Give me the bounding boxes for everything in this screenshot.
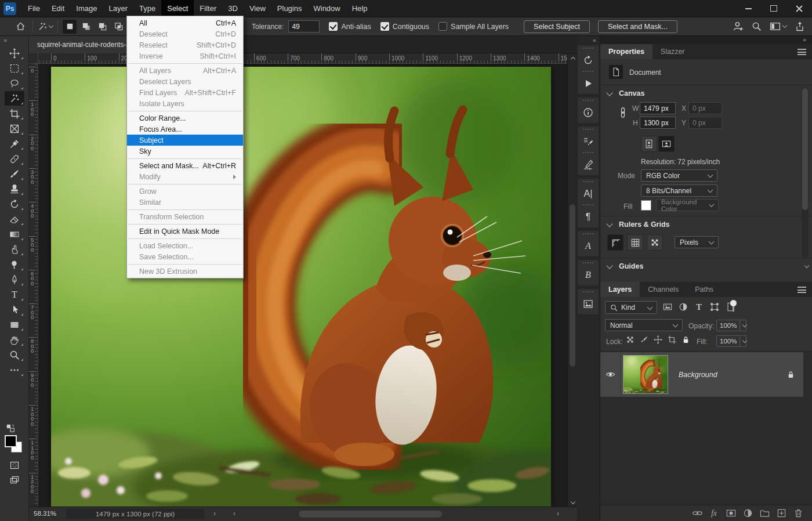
canvas-area[interactable] <box>38 64 567 506</box>
panels-expand-icon[interactable]: » <box>600 36 812 44</box>
patterns-panel-icon[interactable]: B <box>578 261 599 284</box>
lock-artboard-icon[interactable] <box>668 335 677 345</box>
link-layers-button[interactable] <box>691 508 703 519</box>
panelstrip-collapse-icon[interactable]: « <box>577 36 600 45</box>
minimize-button[interactable] <box>735 0 761 17</box>
anti-alias-checkbox[interactable]: Anti-alias <box>329 22 371 31</box>
workspace-switcher[interactable] <box>770 21 786 32</box>
history-panel-icon[interactable] <box>578 46 599 70</box>
select-and-mask-button[interactable]: Select and Mask... <box>598 20 677 33</box>
type-tool[interactable] <box>5 287 24 302</box>
clone-stamp-tool[interactable] <box>5 182 24 196</box>
tab-properties[interactable]: Properties <box>600 44 652 59</box>
sample-all-layers-checkbox[interactable]: Sample All Layers <box>438 22 509 31</box>
canvas-x-input[interactable] <box>688 102 722 114</box>
menu-item-all[interactable]: AllCtrl+A <box>127 17 243 28</box>
menu-layer[interactable]: Layer <box>103 0 134 17</box>
contiguous-checkbox[interactable]: Contiguous <box>380 22 429 31</box>
delete-layer-button[interactable] <box>792 508 804 519</box>
vertical-scroll-thumb[interactable] <box>570 204 575 367</box>
current-tool-icon[interactable] <box>38 19 53 34</box>
fill-type-dropdown[interactable]: Background Color <box>656 199 719 211</box>
scroll-down-icon[interactable] <box>804 263 809 268</box>
select-subject-button[interactable]: Select Subject <box>524 20 590 33</box>
spot-healing-brush-tool[interactable] <box>5 151 24 166</box>
menu-help[interactable]: Help <box>346 0 374 17</box>
guides-section-header[interactable]: Guides <box>607 262 643 270</box>
filter-adjustment-layers-icon[interactable] <box>677 301 689 313</box>
smudge-tool[interactable] <box>5 242 24 256</box>
gradient-tool[interactable] <box>5 227 24 241</box>
canvas-height-input[interactable] <box>640 117 676 129</box>
bit-depth-dropdown[interactable]: 8 Bits/Channel <box>641 184 717 197</box>
menu-item-edit-in-quick-mask-mode[interactable]: Edit in Quick Mask Mode <box>127 226 243 237</box>
rectangle-tool[interactable] <box>5 317 24 332</box>
move-tool[interactable] <box>5 46 24 60</box>
glyphs-panel-icon[interactable]: A <box>578 232 599 255</box>
layer-styles-button[interactable]: fx <box>708 508 720 519</box>
blend-mode-dropdown[interactable]: Normal <box>605 319 683 331</box>
filter-shape-layers-icon[interactable] <box>709 301 720 313</box>
edit-toolbar[interactable] <box>5 363 24 377</box>
menu-plugins[interactable]: Plugins <box>271 0 308 17</box>
lasso-tool[interactable] <box>5 76 24 91</box>
horizontal-ruler[interactable]: 0100200300400500600700800900100011001200… <box>38 53 567 64</box>
scroll-left-icon[interactable]: ‹ <box>233 509 235 518</box>
pen-tool[interactable] <box>5 272 24 287</box>
layer-name[interactable]: Background <box>679 371 717 379</box>
intersect-selection-icon[interactable] <box>111 20 125 34</box>
layer-filtering-toggle[interactable] <box>730 300 737 306</box>
link-dimensions-icon[interactable] <box>612 101 622 124</box>
character-panel-icon[interactable]: A| <box>578 180 599 203</box>
color-mode-dropdown[interactable]: RGB Color <box>641 169 717 182</box>
eyedropper-tool[interactable] <box>5 136 24 151</box>
close-button[interactable] <box>786 0 812 17</box>
ruler-origin-corner[interactable] <box>29 53 38 64</box>
toggle-grid-button[interactable] <box>627 234 643 251</box>
canvas-section-header[interactable]: Canvas <box>607 89 644 97</box>
toggle-transparency-button[interactable] <box>647 234 663 251</box>
new-selection-icon[interactable] <box>63 20 77 34</box>
maximize-button[interactable] <box>761 0 786 17</box>
brushes-panel-icon[interactable] <box>578 151 599 174</box>
actions-panel-icon[interactable] <box>578 70 599 93</box>
add-layer-mask-button[interactable] <box>725 508 737 519</box>
layer-fill-value[interactable]: 100% <box>716 335 746 347</box>
menu-select[interactable]: Select <box>161 0 194 17</box>
menu-window[interactable]: Window <box>307 0 346 17</box>
menu-filter[interactable]: Filter <box>194 0 222 17</box>
new-group-button[interactable] <box>759 508 770 519</box>
paragraph-panel-icon[interactable]: ¶ <box>578 203 599 226</box>
info-panel-icon[interactable] <box>578 99 599 122</box>
layer-lock-icon[interactable] <box>786 370 795 379</box>
scroll-down-icon[interactable] <box>568 497 578 506</box>
menu-item-subject[interactable]: Subject <box>127 135 243 146</box>
opacity-value[interactable]: 100% <box>716 320 746 331</box>
rulers-grids-section-header[interactable]: Rulers & Grids <box>607 220 670 229</box>
tab-layers[interactable]: Layers <box>600 282 640 297</box>
menu-view[interactable]: View <box>244 0 271 17</box>
new-adjustment-layer-button[interactable] <box>742 508 753 519</box>
magic-wand-tool[interactable] <box>5 91 24 106</box>
vertical-ruler[interactable]: 0100200300400500600700800900100011001200 <box>29 64 38 506</box>
quick-mask-button[interactable] <box>5 458 24 472</box>
canvas-width-input[interactable] <box>640 102 676 114</box>
status-options-chevron-icon[interactable]: › <box>213 509 216 518</box>
brush-settings-panel-icon[interactable] <box>578 128 599 151</box>
tolerance-input[interactable] <box>288 20 320 32</box>
search-icon[interactable] <box>752 21 762 31</box>
path-selection-tool[interactable] <box>5 302 24 317</box>
crop-tool[interactable] <box>5 106 24 121</box>
frame-tool[interactable] <box>5 121 24 136</box>
layer-visibility-toggle[interactable] <box>600 352 621 397</box>
swap-colors-icon[interactable] <box>5 424 16 433</box>
screen-mode-button[interactable] <box>5 473 24 487</box>
menu-item-color-range[interactable]: Color Range... <box>127 113 243 124</box>
menu-type[interactable]: Type <box>133 0 161 17</box>
properties-scrollbar[interactable] <box>802 87 809 259</box>
zoom-tool[interactable] <box>5 348 24 362</box>
properties-scroll-thumb[interactable] <box>802 88 808 210</box>
rectangular-marquee-tool[interactable] <box>5 61 24 75</box>
menu-edit[interactable]: Edit <box>46 0 70 17</box>
fill-color-swatch[interactable] <box>641 200 651 211</box>
